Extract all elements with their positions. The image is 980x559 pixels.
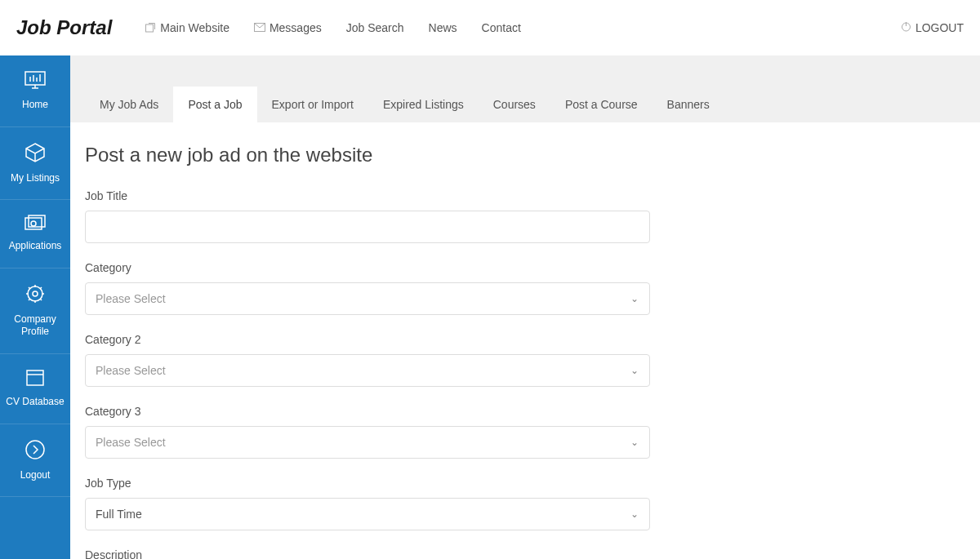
nav-label: Messages (270, 21, 322, 34)
nav-label: Contact (482, 21, 521, 34)
svg-point-8 (31, 221, 36, 226)
arrow-circle-icon (24, 439, 46, 469)
job-title-label: Job Title (85, 189, 650, 202)
tab-expired-listings[interactable]: Expired Listings (368, 87, 479, 122)
mail-icon (254, 22, 265, 33)
logo: Job Portal (16, 16, 112, 39)
description-label: Description (85, 548, 650, 559)
tab-banners[interactable]: Banners (653, 87, 724, 122)
window-icon (25, 369, 45, 396)
category-label: Category (85, 261, 650, 274)
category3-label: Category 3 (85, 405, 650, 418)
sidebar: Home My Listings Applications Company Pr… (0, 55, 70, 559)
sidebar-item-cv-database[interactable]: CV Database (0, 354, 70, 424)
svg-point-11 (33, 291, 38, 296)
external-link-icon (145, 22, 156, 33)
job-title-input[interactable] (85, 211, 650, 243)
tab-post-a-job[interactable]: Post a Job (173, 87, 256, 122)
tab-export-import[interactable]: Export or Import (257, 87, 368, 122)
category2-label: Category 2 (85, 333, 650, 346)
nav-label: Job Search (346, 21, 404, 34)
svg-rect-0 (146, 24, 154, 32)
tabs: My Job Ads Post a Job Export or Import E… (70, 55, 980, 122)
nav-label: News (429, 21, 457, 34)
sidebar-item-applications[interactable]: Applications (0, 200, 70, 268)
page-title: Post a new job ad on the website (85, 144, 965, 166)
sidebar-item-label: Applications (9, 240, 62, 253)
category-select[interactable]: Please Select (85, 282, 650, 315)
sidebar-item-label: CV Database (6, 396, 64, 409)
job-type-select[interactable]: Full Time (85, 498, 650, 530)
sidebar-item-listings[interactable]: My Listings (0, 127, 70, 201)
sidebar-item-label: Home (22, 99, 48, 112)
main-content: My Job Ads Post a Job Export or Import E… (70, 55, 980, 559)
sidebar-item-label: My Listings (11, 172, 60, 185)
nav-contact[interactable]: Contact (482, 21, 521, 34)
monitor-icon (24, 70, 47, 99)
svg-rect-4 (25, 72, 45, 85)
logout-label: LOGOUT (915, 21, 964, 34)
top-header: Job Portal Main Website Messages Job Sea… (0, 0, 980, 55)
tab-post-a-course[interactable]: Post a Course (550, 87, 653, 122)
sidebar-item-company-profile[interactable]: Company Profile (0, 268, 70, 354)
nav-main-website[interactable]: Main Website (145, 21, 229, 34)
svg-rect-12 (27, 370, 43, 385)
logout-link[interactable]: LOGOUT (901, 21, 964, 34)
tab-my-job-ads[interactable]: My Job Ads (85, 87, 173, 122)
sidebar-item-label: Logout (20, 469, 51, 482)
sidebar-item-logout[interactable]: Logout (0, 424, 70, 498)
tab-courses[interactable]: Courses (479, 87, 550, 122)
cash-icon (24, 215, 47, 240)
svg-rect-7 (25, 218, 42, 229)
box-icon (24, 142, 46, 172)
job-type-label: Job Type (85, 477, 650, 490)
nav-label: Main Website (160, 21, 229, 34)
form-panel: Post a new job ad on the website Job Tit… (70, 122, 980, 559)
nav-news[interactable]: News (429, 21, 457, 34)
gear-icon (24, 283, 46, 313)
top-nav: Main Website Messages Job Search News Co… (145, 21, 901, 34)
nav-messages[interactable]: Messages (254, 21, 322, 34)
category3-select[interactable]: Please Select (85, 426, 650, 459)
sidebar-item-label: Company Profile (5, 313, 65, 339)
sidebar-item-home[interactable]: Home (0, 55, 70, 127)
nav-job-search[interactable]: Job Search (346, 21, 404, 34)
power-icon (901, 21, 911, 34)
svg-point-14 (26, 441, 44, 459)
category2-select[interactable]: Please Select (85, 354, 650, 387)
